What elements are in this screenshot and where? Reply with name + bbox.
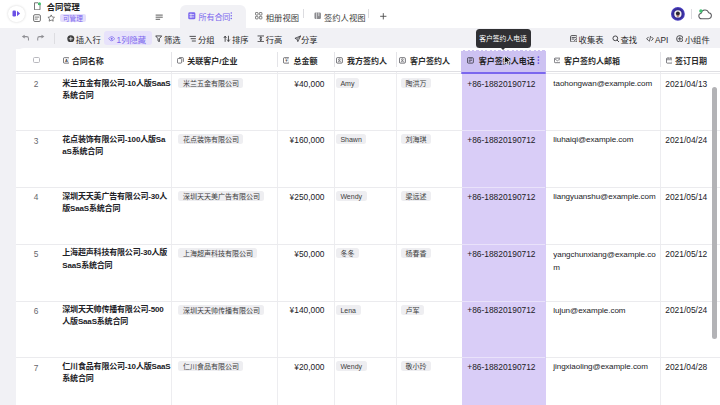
svg-text:A: A bbox=[65, 58, 68, 63]
svg-text:¥: ¥ bbox=[285, 58, 288, 63]
